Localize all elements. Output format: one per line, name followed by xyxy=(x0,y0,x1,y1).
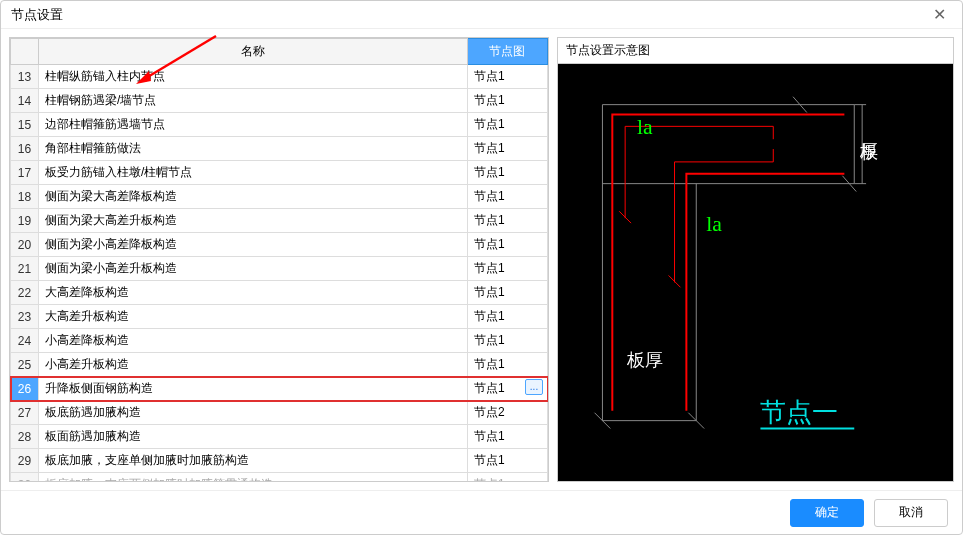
cell-value[interactable]: 节点1 xyxy=(467,233,547,257)
label-thickness-v: 板厚 xyxy=(860,143,879,161)
cell-name[interactable]: 侧面为梁大高差升板构造 xyxy=(39,209,468,233)
cell-name[interactable]: 板底加腋，支座单侧加腋时加腋筋构造 xyxy=(39,449,468,473)
cell-value[interactable]: 节点1 xyxy=(467,89,547,113)
row-number[interactable]: 21 xyxy=(11,257,39,281)
cancel-button[interactable]: 取消 xyxy=(874,499,948,527)
row-number[interactable]: 18 xyxy=(11,185,39,209)
cell-name[interactable]: 大高差升板构造 xyxy=(39,305,468,329)
table-row[interactable]: 30板底加腋，支座两侧加腋时加腋筋贯通构造节点1 xyxy=(11,473,548,483)
table-row[interactable]: 21侧面为梁小高差升板构造节点1 xyxy=(11,257,548,281)
cell-name[interactable]: 侧面为梁大高差降板构造 xyxy=(39,185,468,209)
cell-value[interactable]: 节点1 xyxy=(467,257,547,281)
cell-name[interactable]: 小高差升板构造 xyxy=(39,353,468,377)
cell-value[interactable]: 节点1... xyxy=(467,377,547,401)
row-number[interactable]: 24 xyxy=(11,329,39,353)
table-row[interactable]: 24小高差降板构造节点1 xyxy=(11,329,548,353)
label-la-2: la xyxy=(706,212,722,236)
footer: 确定 取消 xyxy=(1,490,962,534)
dialog-title: 节点设置 xyxy=(11,6,63,24)
header-diagram[interactable]: 节点图 xyxy=(467,39,547,65)
table-row[interactable]: 15边部柱帽箍筋遇墙节点节点1 xyxy=(11,113,548,137)
close-icon[interactable]: ✕ xyxy=(927,5,952,24)
table-row[interactable]: 13柱帽纵筋锚入柱内节点节点1 xyxy=(11,65,548,89)
row-number[interactable]: 14 xyxy=(11,89,39,113)
node-settings-dialog: 节点设置 ✕ 名称 节点图 13柱帽纵筋锚入柱内节点节点114柱帽钢筋遇梁/墙节… xyxy=(0,0,963,535)
row-number[interactable]: 30 xyxy=(11,473,39,483)
cell-value[interactable]: 节点1 xyxy=(467,329,547,353)
cell-name[interactable]: 板受力筋锚入柱墩/柱帽节点 xyxy=(39,161,468,185)
svg-line-0 xyxy=(141,36,216,81)
row-number[interactable]: 26 xyxy=(11,377,39,401)
cell-name[interactable]: 侧面为梁小高差降板构造 xyxy=(39,233,468,257)
table-row[interactable]: 16角部柱帽箍筋做法节点1 xyxy=(11,137,548,161)
cell-name[interactable]: 板面筋遇加腋构造 xyxy=(39,425,468,449)
cell-value[interactable]: 节点1 xyxy=(467,65,547,89)
table-row[interactable]: 18侧面为梁大高差降板构造节点1 xyxy=(11,185,548,209)
titlebar: 节点设置 ✕ xyxy=(1,1,962,29)
svg-marker-1 xyxy=(136,71,151,84)
preview-canvas[interactable]: la la 板厚 板厚 节点一 xyxy=(558,64,953,481)
node-table: 名称 节点图 13柱帽纵筋锚入柱内节点节点114柱帽钢筋遇梁/墙节点节点115边… xyxy=(10,38,548,482)
cell-name[interactable]: 大高差降板构造 xyxy=(39,281,468,305)
table-row[interactable]: 25小高差升板构造节点1 xyxy=(11,353,548,377)
cell-name[interactable]: 板底加腋，支座两侧加腋时加腋筋贯通构造 xyxy=(39,473,468,483)
dots-icon: ... xyxy=(530,382,538,392)
table-row[interactable]: 28板面筋遇加腋构造节点1 xyxy=(11,425,548,449)
table-row[interactable]: 29板底加腋，支座单侧加腋时加腋筋构造节点1 xyxy=(11,449,548,473)
cell-value[interactable]: 节点1 xyxy=(467,473,547,483)
row-number[interactable]: 20 xyxy=(11,233,39,257)
cell-name[interactable]: 升降板侧面钢筋构造 xyxy=(39,377,468,401)
table-row[interactable]: 19侧面为梁大高差升板构造节点1 xyxy=(11,209,548,233)
table-row[interactable]: 27板底筋遇加腋构造节点2 xyxy=(11,401,548,425)
content-area: 名称 节点图 13柱帽纵筋锚入柱内节点节点114柱帽钢筋遇梁/墙节点节点115边… xyxy=(1,29,962,490)
table-row[interactable]: 14柱帽钢筋遇梁/墙节点节点1 xyxy=(11,89,548,113)
row-number[interactable]: 19 xyxy=(11,209,39,233)
label-thickness-h: 板厚 xyxy=(626,350,663,370)
table-row[interactable]: 23大高差升板构造节点1 xyxy=(11,305,548,329)
table-row[interactable]: 20侧面为梁小高差降板构造节点1 xyxy=(11,233,548,257)
table-panel[interactable]: 名称 节点图 13柱帽纵筋锚入柱内节点节点114柱帽钢筋遇梁/墙节点节点115边… xyxy=(9,37,549,482)
more-options-button[interactable]: ... xyxy=(525,379,543,395)
header-rownum[interactable] xyxy=(11,39,39,65)
cell-value[interactable]: 节点1 xyxy=(467,425,547,449)
row-number[interactable]: 29 xyxy=(11,449,39,473)
ok-button[interactable]: 确定 xyxy=(790,499,864,527)
cell-name[interactable]: 柱帽钢筋遇梁/墙节点 xyxy=(39,89,468,113)
row-number[interactable]: 16 xyxy=(11,137,39,161)
row-number[interactable]: 22 xyxy=(11,281,39,305)
table-row[interactable]: 22大高差降板构造节点1 xyxy=(11,281,548,305)
cell-value[interactable]: 节点1 xyxy=(467,305,547,329)
cell-value[interactable]: 节点1 xyxy=(467,353,547,377)
table-row[interactable]: 17板受力筋锚入柱墩/柱帽节点节点1 xyxy=(11,161,548,185)
cell-value[interactable]: 节点1 xyxy=(467,281,547,305)
cell-value[interactable]: 节点1 xyxy=(467,209,547,233)
cell-value[interactable]: 节点1 xyxy=(467,113,547,137)
label-node: 节点一 xyxy=(760,398,838,427)
cell-value[interactable]: 节点1 xyxy=(467,185,547,209)
row-number[interactable]: 23 xyxy=(11,305,39,329)
annotation-arrow-icon xyxy=(131,31,221,91)
row-number[interactable]: 27 xyxy=(11,401,39,425)
cell-name[interactable]: 小高差降板构造 xyxy=(39,329,468,353)
row-number[interactable]: 25 xyxy=(11,353,39,377)
label-la-1: la xyxy=(637,115,653,139)
row-number[interactable]: 15 xyxy=(11,113,39,137)
header-name[interactable]: 名称 xyxy=(39,39,468,65)
cell-name[interactable]: 侧面为梁小高差升板构造 xyxy=(39,257,468,281)
cell-value[interactable]: 节点1 xyxy=(467,137,547,161)
cell-name[interactable]: 边部柱帽箍筋遇墙节点 xyxy=(39,113,468,137)
row-number[interactable]: 17 xyxy=(11,161,39,185)
row-number[interactable]: 28 xyxy=(11,425,39,449)
cell-name[interactable]: 板底筋遇加腋构造 xyxy=(39,401,468,425)
row-number[interactable]: 13 xyxy=(11,65,39,89)
cell-name[interactable]: 角部柱帽箍筋做法 xyxy=(39,137,468,161)
cell-value[interactable]: 节点1 xyxy=(467,449,547,473)
preview-title: 节点设置示意图 xyxy=(558,38,953,64)
cell-value[interactable]: 节点1 xyxy=(467,161,547,185)
table-row[interactable]: 26升降板侧面钢筋构造节点1... xyxy=(11,377,548,401)
cell-name[interactable]: 柱帽纵筋锚入柱内节点 xyxy=(39,65,468,89)
preview-panel: 节点设置示意图 xyxy=(557,37,954,482)
cell-value[interactable]: 节点2 xyxy=(467,401,547,425)
